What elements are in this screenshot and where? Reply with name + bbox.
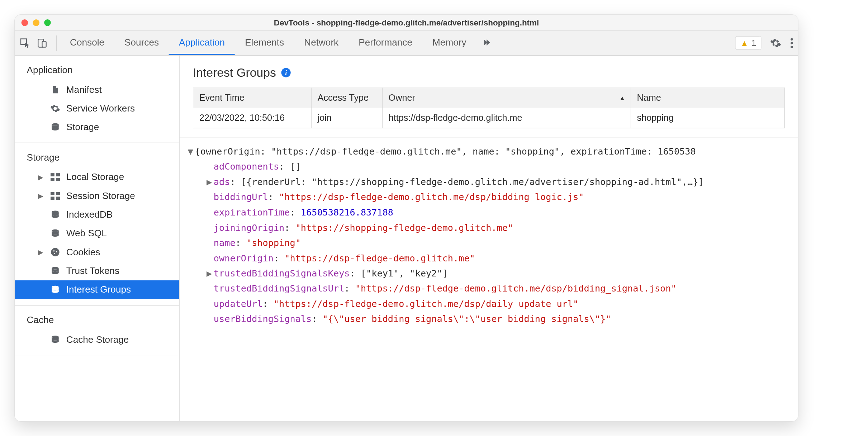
column-header-owner[interactable]: Owner▲: [382, 88, 631, 108]
panel-heading: Interest Groups: [193, 66, 276, 80]
svg-rect-9: [56, 178, 60, 181]
tab-elements[interactable]: Elements: [235, 31, 294, 55]
details-row-ads[interactable]: ▶ ads: [{renderUrl: "https://shopping-fl…: [186, 174, 798, 189]
svg-rect-12: [51, 197, 54, 200]
devtools-toolbar: ConsoleSourcesApplicationElementsNetwork…: [15, 31, 798, 56]
section-title: Cache: [15, 312, 179, 330]
table-cell: shopping: [631, 108, 784, 128]
traffic-lights: [22, 19, 51, 26]
table-body: 22/03/2022, 10:50:16joinhttps://dsp-fled…: [193, 108, 784, 128]
events-table-wrapper: Event TimeAccess TypeOwner▲Name 22/03/20…: [180, 88, 798, 128]
settings-icon[interactable]: [770, 37, 782, 49]
sidebar-item-web-sql[interactable]: ▶Web SQL: [15, 224, 179, 243]
sidebar-item-storage[interactable]: ▶Storage: [15, 118, 179, 137]
sidebar-item-label: Cookies: [66, 247, 100, 257]
disclosure-arrow-right-icon[interactable]: ▶: [205, 266, 214, 281]
disclosure-arrow-right-icon[interactable]: ▶: [37, 248, 44, 256]
sidebar-item-session-storage[interactable]: ▶Session Storage: [15, 186, 179, 205]
svg-rect-13: [56, 197, 60, 200]
svg-point-3: [791, 42, 793, 44]
svg-point-22: [52, 336, 59, 338]
sidebar-item-label: Trust Tokens: [66, 266, 119, 276]
sidebar-item-service-workers[interactable]: ▶Service Workers: [15, 99, 179, 118]
details-row-adcomponents[interactable]: adComponents: []: [186, 159, 798, 174]
details-row-name[interactable]: name: "shopping": [186, 235, 798, 250]
warnings-badge[interactable]: ▲ 1: [735, 36, 761, 50]
db-icon: [50, 229, 60, 238]
cookie-icon: [50, 247, 60, 257]
column-header-access-type[interactable]: Access Type: [311, 88, 382, 108]
sort-indicator-icon: ▲: [619, 94, 625, 101]
interest-group-events-table: Event TimeAccess TypeOwner▲Name 22/03/20…: [193, 88, 785, 128]
svg-rect-1: [42, 41, 46, 47]
svg-rect-6: [51, 173, 54, 176]
sidebar-item-label: IndexedDB: [66, 209, 113, 220]
details-row-userbiddingsignals[interactable]: userBiddingSignals: "{\"user_bidding_sig…: [186, 311, 798, 326]
sidebar-item-label: Web SQL: [66, 228, 107, 239]
details-row-updateurl[interactable]: updateUrl: "https://dsp-fledge-demo.glit…: [186, 296, 798, 311]
close-window-button[interactable]: [22, 19, 28, 26]
disclosure-arrow-down-icon[interactable]: ▼: [186, 144, 195, 159]
table-row[interactable]: 22/03/2022, 10:50:16joinhttps://dsp-fled…: [193, 108, 784, 128]
sidebar-item-label: Local Storage: [66, 172, 124, 183]
svg-point-17: [53, 250, 55, 252]
toolbar-right: ▲ 1: [735, 36, 793, 50]
tab-application[interactable]: Application: [169, 31, 235, 55]
details-row-expirationtime[interactable]: expirationTime: 1650538216.837188: [186, 205, 798, 220]
sidebar-section-storage: Storage▶Local Storage▶Session Storage▶In…: [15, 143, 179, 305]
column-header-name[interactable]: Name: [631, 88, 784, 108]
grid-icon: [50, 173, 60, 181]
details-row-biddingurl[interactable]: biddingUrl: "https://dsp-fledge-demo.gli…: [186, 190, 798, 205]
details-row-trustedbiddingsignalskeys[interactable]: ▶ trustedBiddingSignalsKeys: ["key1", "k…: [186, 266, 798, 281]
sidebar-item-trust-tokens[interactable]: ▶Trust Tokens: [15, 261, 179, 280]
db-icon: [50, 210, 60, 219]
devtools-body: Application▶Manifest▶Service Workers▶Sto…: [15, 56, 798, 421]
svg-rect-8: [51, 178, 54, 181]
sidebar-item-label: Service Workers: [66, 103, 135, 114]
warning-icon: ▲: [740, 39, 749, 47]
panel-header: Interest Groups i: [180, 56, 798, 88]
sidebar-item-interest-groups[interactable]: ▶Interest Groups: [15, 280, 179, 299]
device-toolbar-icon[interactable]: [37, 37, 48, 49]
details-row-trustedbiddingsignalsurl[interactable]: trustedBiddingSignalsUrl: "https://dsp-f…: [186, 281, 798, 296]
disclosure-arrow-right-icon[interactable]: ▶: [205, 174, 214, 189]
details-row-joiningorigin[interactable]: joiningOrigin: "https://shopping-fledge-…: [186, 220, 798, 235]
sidebar-item-cookies[interactable]: ▶Cookies: [15, 243, 179, 261]
svg-rect-11: [56, 192, 60, 195]
sidebar-item-local-storage[interactable]: ▶Local Storage: [15, 168, 179, 186]
disclosure-arrow-right-icon[interactable]: ▶: [37, 173, 44, 181]
sidebar-item-cache-storage[interactable]: ▶Cache Storage: [15, 330, 179, 349]
details-root-row[interactable]: ▼ {ownerOrigin: "https://dsp-fledge-demo…: [186, 144, 798, 159]
svg-point-2: [791, 38, 793, 40]
table-header-row: Event TimeAccess TypeOwner▲Name: [193, 88, 784, 108]
maximize-window-button[interactable]: [44, 19, 51, 26]
sidebar-item-indexeddb[interactable]: ▶IndexedDB: [15, 205, 179, 224]
svg-point-15: [52, 229, 59, 232]
inspect-element-icon[interactable]: [19, 37, 31, 49]
devtools-window: DevTools - shopping-fledge-demo.glitch.m…: [14, 14, 798, 422]
minimize-window-button[interactable]: [33, 19, 39, 26]
more-options-icon[interactable]: [790, 37, 793, 49]
tab-memory[interactable]: Memory: [422, 31, 476, 55]
svg-point-20: [52, 267, 59, 269]
more-tabs-button[interactable]: [476, 31, 497, 55]
details-row-ownerorigin[interactable]: ownerOrigin: "https://dsp-fledge-demo.gl…: [186, 250, 798, 265]
db-icon: [50, 266, 60, 276]
tab-sources[interactable]: Sources: [114, 31, 169, 55]
sidebar-item-manifest[interactable]: ▶Manifest: [15, 80, 179, 99]
svg-point-14: [52, 211, 59, 213]
disclosure-arrow-right-icon[interactable]: ▶: [37, 192, 44, 200]
tab-performance[interactable]: Performance: [348, 31, 422, 55]
sidebar-item-label: Interest Groups: [66, 284, 131, 295]
section-title: Storage: [15, 149, 179, 168]
tab-network[interactable]: Network: [294, 31, 348, 55]
sidebar-item-label: Storage: [66, 122, 99, 133]
info-icon[interactable]: i: [281, 68, 291, 77]
column-header-event-time[interactable]: Event Time: [193, 88, 311, 108]
window-title: DevTools - shopping-fledge-demo.glitch.m…: [15, 18, 798, 27]
tab-console[interactable]: Console: [60, 31, 114, 55]
svg-point-5: [52, 123, 59, 126]
toolbar-divider: [56, 35, 57, 51]
db-icon: [50, 123, 60, 132]
db-icon: [50, 335, 60, 344]
